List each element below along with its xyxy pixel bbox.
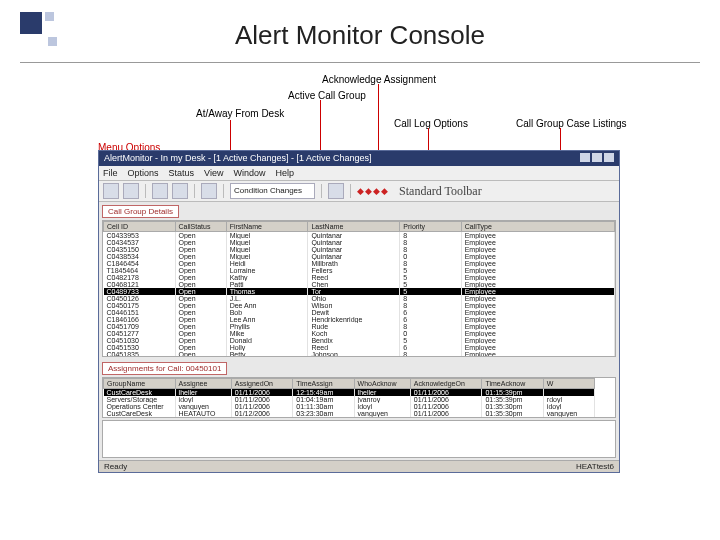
table-row[interactable]: C0451709OpenPhyllisRude8Employee [104,323,615,330]
menu-item[interactable]: View [204,168,223,178]
at-away-toggle[interactable] [172,183,188,199]
call-group-grid[interactable]: Cell IDCallStatusFirstNameLastNamePriori… [102,220,616,357]
menu-item[interactable]: Window [233,168,265,178]
table-row[interactable]: C0433953OpenMiguelQuintanar8Employee [104,232,615,240]
call-log-options-icons[interactable]: ◆◆◆◆ [357,186,389,196]
column-header[interactable]: AcknowledgeOn [410,379,482,389]
table-row[interactable]: C1846454OpenHeidiMillbrath8Employee [104,260,615,267]
table-row[interactable]: CustCareDesklheller01/11/200612:15:49aml… [104,389,616,397]
column-header[interactable]: WhoAcknow [354,379,410,389]
column-header[interactable]: TimeAssign [293,379,354,389]
toolbar: Condition Changes ◆◆◆◆ Standard Toolbar [99,181,619,202]
table-row[interactable]: C0482178OpenKathyReed5Employee [104,274,615,281]
table-row[interactable]: T1845464OpenLorraineFellers5Employee [104,267,615,274]
column-header[interactable]: GroupName [104,379,176,389]
menu-item[interactable]: Status [169,168,195,178]
toolbar-button[interactable] [103,183,119,199]
table-row[interactable]: C0489733OpenThomasTor5Employee [104,288,615,295]
assignments-tab[interactable]: Assignments for Call: 00450101 [102,362,227,375]
table-row[interactable]: CustCareDeskHEATAUTO01/12/200603:23:30am… [104,410,616,417]
column-header[interactable]: LastName [308,222,400,232]
label-active-call-group: Active Call Group [288,90,366,101]
status-polling: HEATtest6 [576,462,614,471]
window-controls[interactable] [578,153,614,164]
assignments-grid[interactable]: GroupNameAssigneeAssignedOnTimeAssignWho… [102,377,616,418]
alert-monitor-window: AlertMonitor - In my Desk - [1 Active Ch… [98,150,620,473]
toolbar-button[interactable] [152,183,168,199]
status-bar: Ready HEATtest6 [99,460,619,472]
table-row[interactable]: C0451835OpenBettyJohnson8Employee [104,351,615,357]
column-header[interactable]: AssignedOn [231,379,292,389]
table-row[interactable]: C0450175OpenDee AnnWilson8Employee [104,302,615,309]
label-call-group-listings: Call Group Case Listings [516,118,627,129]
menu-bar[interactable]: FileOptionsStatusViewWindowHelp [99,166,619,181]
toolbar-button[interactable] [201,183,217,199]
window-title-text: AlertMonitor - In my Desk - [1 Active Ch… [104,153,372,164]
table-row[interactable]: C0435150OpenMiguelQuintanar8Employee [104,246,615,253]
table-row[interactable]: C1846166OpenLee AnnHendrickenridge6Emplo… [104,316,615,323]
standard-toolbar-label: Standard Toolbar [399,184,482,199]
status-left: Ready [104,462,127,471]
window-titlebar: AlertMonitor - In my Desk - [1 Active Ch… [99,151,619,166]
acknowledge-button[interactable] [328,183,344,199]
table-row[interactable]: C0451530OpenHollyReed6Employee [104,344,615,351]
menu-item[interactable]: File [103,168,118,178]
active-call-group-dropdown[interactable]: Condition Changes [230,183,315,199]
menu-item[interactable]: Help [275,168,294,178]
column-header[interactable]: CallType [461,222,614,232]
table-row[interactable]: C0468121OpenPattiChen5Employee [104,281,615,288]
table-row[interactable]: C0446151OpenBobDewit6Employee [104,309,615,316]
table-row[interactable]: Operations Centervanguyen01/11/200601:11… [104,403,616,410]
table-row[interactable]: C0451030OpenDonaldBendix5Employee [104,337,615,344]
column-header[interactable]: W [543,379,594,389]
title-rule [20,62,700,63]
column-header[interactable]: CallStatus [175,222,226,232]
label-call-log-options: Call Log Options [394,118,468,129]
label-at-away: At/Away From Desk [196,108,284,119]
detail-panel-blank [102,420,616,458]
column-header[interactable]: Cell ID [104,222,176,232]
column-header[interactable]: TimeAcknow [482,379,543,389]
table-row[interactable]: C0434537OpenMiguelQuintanar8Employee [104,239,615,246]
column-header[interactable]: Priority [400,222,461,232]
toolbar-button[interactable] [123,183,139,199]
table-row[interactable]: C0451277OpenMikeKoch0Employee [104,330,615,337]
menu-item[interactable]: Options [128,168,159,178]
column-header[interactable]: Assignee [175,379,231,389]
table-row[interactable]: C0450126OpenJ.L.Ohio8Employee [104,295,615,302]
slide-title: Alert Monitor Console [0,20,720,51]
column-header[interactable]: FirstName [226,222,308,232]
table-row[interactable]: Servers/Storageidoyl01/11/200601:04:19am… [104,396,616,403]
table-row[interactable]: C0438534OpenMiguelQuintanar0Employee [104,253,615,260]
call-group-details-tab[interactable]: Call Group Details [102,205,179,218]
